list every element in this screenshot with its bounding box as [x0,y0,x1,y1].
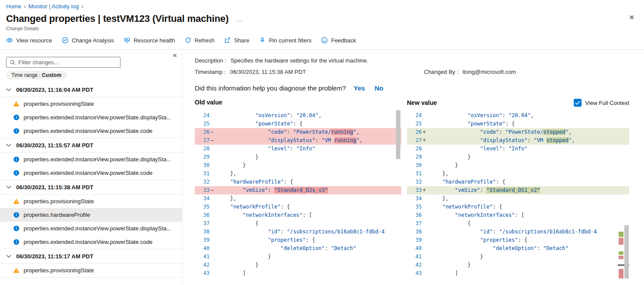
toolbar-pin-current-filters-button[interactable]: Pin current filters [259,37,312,44]
line-number: 24 [195,111,210,120]
view-full-context-toggle[interactable]: View Full Context [574,99,629,107]
change-item-label: properties.extended.instanceView.powerSt… [24,128,152,134]
breadcrumb-link-monitor-activity-log[interactable]: Monitor | Activity log [28,3,79,10]
code-line: 24 "osVersion": "20.04", [407,111,629,120]
diff-sign [210,161,216,170]
code-text: } [428,161,629,170]
diff-sign [210,170,216,178]
change-item-label: properties.extended.instanceView.powerSt… [24,114,171,121]
change-item-properties-extended-instanceview-powerstate-code[interactable]: properties.extended.instanceView.powerSt… [0,235,182,249]
code-line: 34 }, [195,195,401,203]
no-button[interactable]: No [375,84,383,92]
toolbar-view-resource-button[interactable]: View resource [6,37,52,44]
code-text: "code": "PowerState/stopped", [428,128,629,136]
time-range-filter[interactable]: Time range :Custom [6,71,67,80]
toolbar-refresh-button[interactable]: Refresh [185,37,215,44]
change-group-date: 06/30/2023, 11:16:04 AM PDT [16,87,93,93]
diff-sign [210,244,216,253]
pin-icon [259,37,266,44]
diff-sign: + [422,128,428,136]
diff-sign [210,211,216,219]
ruler-del-mark [619,256,623,259]
line-number: 30 [195,161,210,170]
new-value-label: New value [407,99,437,106]
info-icon [13,170,20,176]
change-item-properties-provisioningstate[interactable]: properties.provisioningState [0,195,182,208]
code-line: 29 } [407,153,629,161]
change-item-properties-extended-instanceview-powerstate-displaysta[interactable]: properties.extended.instanceView.powerSt… [0,153,182,166]
diff-sign [422,145,428,153]
diff-sign [210,253,216,261]
change-item-properties-extended-instanceview-powerstate-displaysta[interactable]: properties.extended.instanceView.powerSt… [0,111,182,124]
code-line: 36 "networkInterfaces": [ [195,211,401,219]
chevron-down-icon [6,253,12,259]
heart-pulse-icon [124,37,131,44]
old-pane-scrollbar[interactable] [396,110,400,159]
change-group-header[interactable]: 06/30/2023, 11:15:57 AM PDT [0,138,182,153]
diff-sign [210,203,216,211]
yes-button[interactable]: Yes [354,84,365,92]
change-group-header[interactable]: 06/30/2023, 11:16:04 AM PDT [0,83,182,97]
ruler-del-mark [619,269,623,278]
toolbar-label: Resource health [134,37,175,44]
code-line: 40 "deleteOption": "Detach" [195,244,401,253]
code-line: 34 }, [407,195,629,203]
change-item-properties-extended-instanceview-powerstate-code[interactable]: properties.extended.instanceView.powerSt… [0,166,182,180]
checkbox-checked-icon [574,99,582,107]
overview-ruler[interactable] [618,109,629,285]
info-icon [13,239,20,245]
code-line: 27+ "displayStatus": "VM stopped", [407,136,629,145]
code-line: 38 "id": "/subscriptions/b16ab8c1-fdbd-4 [407,228,629,236]
code-line: 32 "hardwareProfile": { [195,178,401,186]
change-group-header[interactable]: 06/30/2023, 11:15:38 AM PDT [0,180,182,195]
warning-icon [13,198,20,205]
line-number: 28 [407,145,422,153]
time-range-label: Time range : [11,72,41,78]
code-text: "networkProfile": { [428,203,629,211]
code-text: "level": "Info" [216,145,401,153]
chevron-down-icon [6,142,12,148]
line-number: 40 [407,244,422,253]
toolbar-resource-health-button[interactable]: Resource health [124,37,175,44]
diff-sign [422,178,428,186]
change-item-properties-hardwareprofile[interactable]: properties.hardwareProfile [0,208,182,222]
line-number: 28 [195,145,210,153]
breadcrumb-link-home[interactable]: Home [6,3,21,10]
line-number: 31 [195,170,210,178]
change-item-properties-provisioningstate[interactable]: properties.provisioningState [0,264,182,277]
changes-sidebar: « Time range :Custom 06/30/2023, 11:16:0… [0,50,183,285]
line-number: 41 [195,253,210,261]
toolbar-label: Change Analysis [72,37,114,44]
code-text: } [216,261,401,269]
toolbar-share-button[interactable]: Share [224,37,249,44]
line-number: 35 [407,203,422,211]
close-icon[interactable]: ✕ [629,14,634,21]
change-item-properties-extended-instanceview-powerstate-code[interactable]: properties.extended.instanceView.powerSt… [0,124,182,138]
code-line: 37 { [195,219,401,228]
info-icon [13,114,20,121]
more-menu-icon[interactable]: … [236,15,243,23]
feedback-question-row: Did this information help you diagnose t… [195,84,629,92]
warning-icon [13,101,20,107]
new-pane-scrollbar-thumb [624,225,629,278]
info-icon [13,225,20,232]
line-number: 36 [407,211,422,219]
line-number: 43 [195,269,210,278]
code-text: "properties": { [428,236,629,244]
line-number: 34 [407,195,422,203]
change-item-properties-extended-instanceview-powerstate-displaysta[interactable]: properties.extended.instanceView.powerSt… [0,222,182,235]
page-header: Home›Monitor | Activity log› Changed pro… [0,0,644,49]
diff-sign: + [422,186,428,195]
code-text: } [428,253,629,261]
change-item-label: properties.extended.instanceView.powerSt… [24,239,152,245]
toolbar-change-analysis-button[interactable]: Change Analysis [62,37,114,44]
feedback-question: Did this information help you diagnose t… [195,84,346,92]
change-group: 06/30/2023, 11:15:17 AM PDTproperties.pr… [0,249,182,278]
toolbar-feedback-button[interactable]: Feedback [321,37,356,44]
line-number: 43 [407,269,422,278]
collapse-sidebar-icon[interactable]: « [173,51,177,59]
change-group-header[interactable]: 06/30/2023, 11:15:17 AM PDT [0,249,182,264]
filter-input[interactable] [7,57,120,67]
change-item-properties-provisioningstate[interactable]: properties.provisioningState [0,97,182,111]
line-number: 33 [195,186,210,195]
